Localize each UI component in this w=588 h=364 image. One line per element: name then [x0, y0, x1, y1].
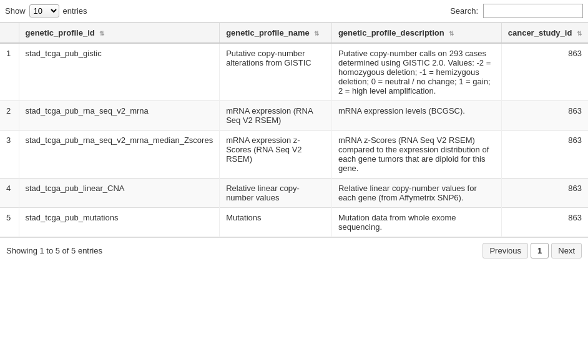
- cell-profile-name: Relative linear copy-number values: [220, 179, 332, 208]
- sort-icon-profile-id: ⇅: [99, 30, 104, 37]
- table-row: 3stad_tcga_pub_rna_seq_v2_mrna_median_Zs…: [0, 130, 588, 179]
- cell-profile-id: stad_tcga_pub_rna_seq_v2_mrna: [19, 101, 220, 130]
- cell-profile-desc: Putative copy-number calls on 293 cases …: [331, 43, 501, 101]
- cell-cancer-study-id: 863: [501, 208, 588, 237]
- show-label: Show: [5, 6, 26, 16]
- search-input[interactable]: [483, 4, 583, 18]
- cell-profile-id: stad_tcga_pub_rna_seq_v2_mrna_median_Zsc…: [19, 130, 220, 179]
- col-header-profile-id[interactable]: genetic_profile_id ⇅: [19, 23, 220, 44]
- cell-cancer-study-id: 863: [501, 43, 588, 101]
- cell-cancer-study-id: 863: [501, 130, 588, 179]
- cell-cancer-study-id: 863: [501, 179, 588, 208]
- cell-num: 4: [0, 179, 19, 208]
- entries-select[interactable]: 10 25 50 100: [29, 4, 59, 17]
- top-bar: Show 10 25 50 100 entries Search:: [0, 0, 588, 22]
- sort-icon-profile-desc: ⇅: [449, 30, 454, 37]
- showing-text: Showing 1 to 5 of 5 entries: [6, 246, 102, 255]
- cell-profile-id: stad_tcga_pub_gistic: [19, 43, 220, 101]
- cell-num: 3: [0, 130, 19, 179]
- cell-profile-desc: mRNA z-Scores (RNA Seq V2 RSEM) compared…: [331, 130, 501, 179]
- previous-button[interactable]: Previous: [483, 243, 528, 258]
- next-button[interactable]: Next: [551, 243, 582, 258]
- col-header-profile-name[interactable]: genetic_profile_name ⇅: [220, 23, 332, 44]
- cell-profile-desc: Relative linear copy-number values for e…: [331, 179, 501, 208]
- search-bar: Search:: [450, 4, 583, 18]
- table-row: 5stad_tcga_pub_mutationsMutationsMutatio…: [0, 208, 588, 237]
- col-header-cancer-study[interactable]: cancer_study_id ⇅: [501, 23, 588, 44]
- cell-profile-name: Putative copy-number alterations from GI…: [220, 43, 332, 101]
- cell-num: 1: [0, 43, 19, 101]
- col-header-num: [0, 23, 19, 44]
- cell-profile-id: stad_tcga_pub_linear_CNA: [19, 179, 220, 208]
- table-row: 2stad_tcga_pub_rna_seq_v2_mrnamRNA expre…: [0, 101, 588, 130]
- cell-profile-name: Mutations: [220, 208, 332, 237]
- page-1-button[interactable]: 1: [531, 243, 549, 258]
- table-header-row: genetic_profile_id ⇅ genetic_profile_nam…: [0, 23, 588, 44]
- cell-num: 5: [0, 208, 19, 237]
- col-header-profile-desc[interactable]: genetic_profile_description ⇅: [331, 23, 501, 44]
- entries-label: entries: [63, 6, 87, 16]
- table-row: 4stad_tcga_pub_linear_CNARelative linear…: [0, 179, 588, 208]
- bottom-bar: Showing 1 to 5 of 5 entries Previous 1 N…: [0, 237, 588, 263]
- data-table: genetic_profile_id ⇅ genetic_profile_nam…: [0, 22, 588, 237]
- sort-icon-cancer-study: ⇅: [577, 30, 582, 37]
- cell-profile-name: mRNA expression (RNA Seq V2 RSEM): [220, 101, 332, 130]
- pagination: Previous 1 Next: [483, 243, 582, 258]
- cell-cancer-study-id: 863: [501, 101, 588, 130]
- cell-profile-desc: Mutation data from whole exome sequencin…: [331, 208, 501, 237]
- show-entries-control: Show 10 25 50 100 entries: [5, 4, 87, 17]
- cell-profile-desc: mRNA expression levels (BCGSC).: [331, 101, 501, 130]
- table-row: 1stad_tcga_pub_gisticPutative copy-numbe…: [0, 43, 588, 101]
- cell-profile-id: stad_tcga_pub_mutations: [19, 208, 220, 237]
- sort-icon-profile-name: ⇅: [314, 30, 319, 37]
- search-label: Search:: [450, 6, 478, 16]
- cell-num: 2: [0, 101, 19, 130]
- cell-profile-name: mRNA expression z-Scores (RNA Seq V2 RSE…: [220, 130, 332, 179]
